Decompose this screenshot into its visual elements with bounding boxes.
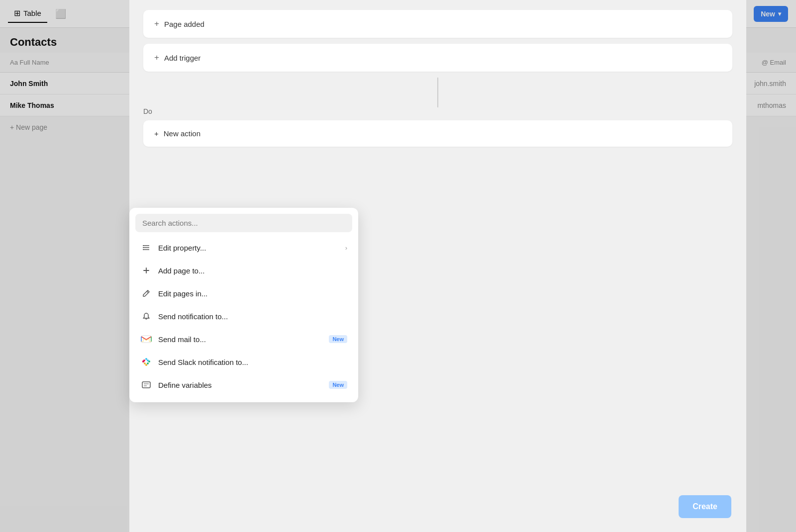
svg-point-15 — [143, 359, 145, 361]
edit-pages-label: Edit pages in... — [158, 289, 347, 298]
menu-item-edit-pages[interactable]: Edit pages in... — [135, 282, 352, 305]
search-actions-dropdown: Edit property... › Add page to... Edit p… — [129, 208, 358, 402]
pencil-icon — [140, 287, 152, 299]
svg-point-4 — [143, 247, 144, 248]
svg-point-18 — [144, 362, 146, 364]
search-input-wrap[interactable] — [135, 214, 352, 232]
menu-item-edit-property[interactable]: Edit property... › — [135, 236, 352, 259]
svg-point-5 — [143, 249, 144, 250]
svg-point-16 — [147, 359, 149, 361]
svg-rect-13 — [145, 364, 147, 366]
add-trigger-card[interactable]: + Add trigger — [143, 44, 732, 72]
new-action-icon: + — [154, 129, 159, 138]
trigger-card-page-added[interactable]: + Page added — [143, 10, 732, 38]
page-added-icon: + — [154, 19, 159, 29]
plus-circle-icon — [140, 265, 152, 276]
define-variables-label: Define variables — [158, 381, 323, 389]
menu-item-define-variables[interactable]: Define variables New — [135, 373, 352, 396]
create-button-label: Create — [693, 502, 717, 511]
svg-point-17 — [147, 362, 149, 364]
variables-icon — [140, 379, 152, 391]
add-trigger-icon: + — [154, 53, 159, 63]
svg-point-3 — [143, 245, 144, 246]
do-section-label: Do — [143, 107, 732, 115]
edit-property-chevron: › — [345, 244, 347, 252]
add-page-label: Add page to... — [158, 266, 347, 275]
menu-item-send-notification[interactable]: Send notification to... — [135, 305, 352, 328]
slack-icon — [140, 356, 152, 368]
define-variables-badge: New — [329, 381, 347, 389]
search-actions-input[interactable] — [142, 219, 345, 227]
send-mail-badge: New — [329, 335, 347, 343]
trigger-card-label: Page added — [164, 20, 204, 28]
create-button[interactable]: Create — [679, 495, 731, 518]
send-slack-label: Send Slack notification to... — [158, 358, 347, 366]
menu-item-send-slack[interactable]: Send Slack notification to... — [135, 351, 352, 373]
menu-item-add-page[interactable]: Add page to... — [135, 259, 352, 282]
svg-rect-19 — [142, 382, 150, 388]
edit-property-label: Edit property... — [158, 244, 339, 252]
svg-line-8 — [147, 291, 148, 293]
svg-rect-11 — [145, 358, 147, 360]
new-action-card[interactable]: + New action — [143, 120, 732, 147]
add-trigger-label: Add trigger — [164, 54, 200, 62]
list-icon — [140, 242, 152, 254]
gmail-icon — [140, 333, 152, 345]
new-action-label: New action — [164, 129, 200, 138]
send-mail-label: Send mail to... — [158, 335, 323, 344]
connector — [143, 78, 732, 107]
menu-item-send-mail[interactable]: Send mail to... New — [135, 328, 352, 351]
bell-icon — [140, 310, 152, 322]
send-notification-label: Send notification to... — [158, 312, 347, 321]
